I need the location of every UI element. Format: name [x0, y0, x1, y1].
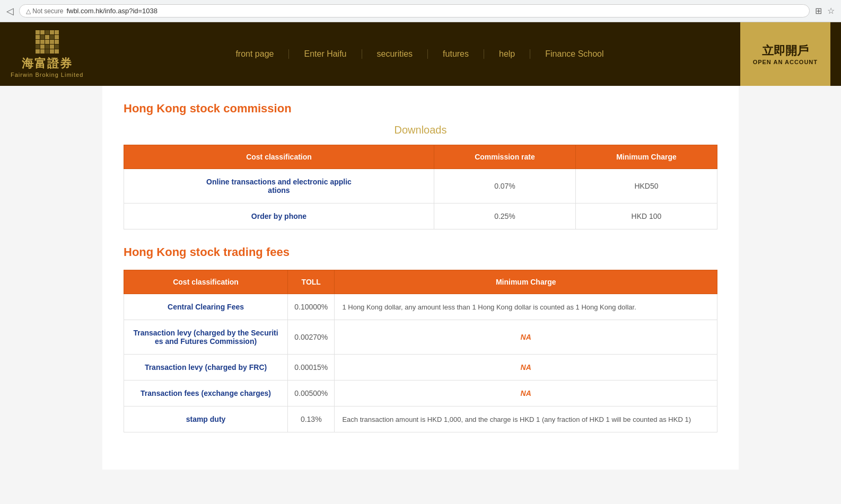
table-row: Order by phone 0.25% HKD 100	[124, 204, 717, 229]
nav-front-page[interactable]: front page	[221, 49, 289, 59]
col-header-min-charge: Minimum Charge	[575, 145, 717, 169]
row2-rate: 0.25%	[434, 204, 575, 229]
row1-classification: Online transactions and electronic appli…	[124, 169, 434, 204]
trading-table-body: Central Clearing Fees 0.10000% 1 Hong Ko…	[124, 294, 717, 432]
table-row: Transaction fees (exchange charges) 0.00…	[124, 381, 717, 406]
section2-title: Hong Kong stock trading fees	[124, 245, 717, 259]
trading-row2-min-charge: NA	[335, 320, 717, 355]
logo-english: Fairwin Broking Limited	[11, 72, 83, 78]
logo-area: 海富證券 Fairwin Broking Limited	[11, 30, 83, 78]
url-text: fwbl.com.hk/info.asp?id=1038	[66, 7, 157, 15]
back-button[interactable]: ◁	[6, 5, 14, 17]
open-account-en-text: OPEN AN ACCOUNT	[753, 59, 818, 65]
nav-help[interactable]: help	[484, 49, 530, 59]
bookmark-icon[interactable]: ☆	[827, 6, 835, 16]
browser-chrome: ◁ △ Not secure fwbl.com.hk/info.asp?id=1…	[0, 0, 841, 22]
trading-row1-toll: 0.10000%	[288, 294, 335, 320]
row1-rate: 0.07%	[434, 169, 575, 204]
commission-table: Cost classification Commission rate Mini…	[124, 145, 717, 229]
trading-row5-classification: stamp duty	[124, 406, 288, 432]
logo-chinese: 海富證券	[22, 56, 73, 72]
navbar: 海富證券 Fairwin Broking Limited front page …	[0, 22, 841, 86]
trading-row3-classification: Transaction levy (charged by FRC)	[124, 355, 288, 381]
trading-row4-classification: Transaction fees (exchange charges)	[124, 381, 288, 406]
trading-row1-classification: Central Clearing Fees	[124, 294, 288, 320]
trading-row3-toll: 0.00015%	[288, 355, 335, 381]
nav-enter-haifu[interactable]: Enter Haifu	[289, 49, 362, 59]
open-account-button[interactable]: 立即開戶 OPEN AN ACCOUNT	[740, 22, 830, 86]
logo-grid	[36, 30, 59, 54]
trading-col-min-charge: Minimum Charge	[335, 270, 717, 294]
trading-table-head: Cost classification TOLL Minimum Charge	[124, 270, 717, 294]
nav-links: front page Enter Haifu securities future…	[99, 49, 740, 59]
open-account-cn-text: 立即開戶	[762, 43, 809, 59]
nav-securities[interactable]: securities	[362, 49, 428, 59]
col-header-classification: Cost classification	[124, 145, 434, 169]
trading-row2-toll: 0.00270%	[288, 320, 335, 355]
table-row: Transaction levy (charged by FRC) 0.0001…	[124, 355, 717, 381]
section2-gap: Hong Kong stock trading fees	[124, 245, 717, 259]
browser-icons: ⊞ ☆	[815, 6, 835, 16]
address-bar[interactable]: △ Not secure fwbl.com.hk/info.asp?id=103…	[19, 4, 810, 17]
row2-min-charge: HKD 100	[575, 204, 717, 229]
row1-min-charge: HKD50	[575, 169, 717, 204]
trading-row3-min-charge: NA	[335, 355, 717, 381]
commission-table-head: Cost classification Commission rate Mini…	[124, 145, 717, 169]
table-row: Online transactions and electronic appli…	[124, 169, 717, 204]
trading-col-classification: Cost classification	[124, 270, 288, 294]
trading-row4-toll: 0.00500%	[288, 381, 335, 406]
col-header-rate: Commission rate	[434, 145, 575, 169]
trading-table: Cost classification TOLL Minimum Charge …	[124, 270, 717, 432]
table-row: Central Clearing Fees 0.10000% 1 Hong Ko…	[124, 294, 717, 320]
nav-futures[interactable]: futures	[428, 49, 484, 59]
nav-finance-school[interactable]: Finance School	[530, 49, 618, 59]
trading-row4-min-charge: NA	[335, 381, 717, 406]
section1-title: Hong Kong stock commission	[124, 102, 717, 116]
trading-row2-classification: Transaction levy (charged by the Securit…	[124, 320, 288, 355]
translate-icon[interactable]: ⊞	[815, 6, 822, 16]
main-content: Hong Kong stock commission Downloads Cos…	[102, 86, 739, 470]
trading-row5-min-charge: Each transaction amount is HKD 1,000, an…	[335, 406, 717, 432]
security-indicator: △ Not secure	[26, 7, 63, 15]
downloads-label: Downloads	[124, 124, 717, 136]
row2-classification: Order by phone	[124, 204, 434, 229]
commission-table-body: Online transactions and electronic appli…	[124, 169, 717, 229]
table-row: stamp duty 0.13% Each transaction amount…	[124, 406, 717, 432]
trading-row1-min-charge: 1 Hong Kong dollar, any amount less than…	[335, 294, 717, 320]
table-row: Transaction levy (charged by the Securit…	[124, 320, 717, 355]
commission-header-row: Cost classification Commission rate Mini…	[124, 145, 717, 169]
trading-col-toll: TOLL	[288, 270, 335, 294]
trading-header-row: Cost classification TOLL Minimum Charge	[124, 270, 717, 294]
trading-row5-toll: 0.13%	[288, 406, 335, 432]
